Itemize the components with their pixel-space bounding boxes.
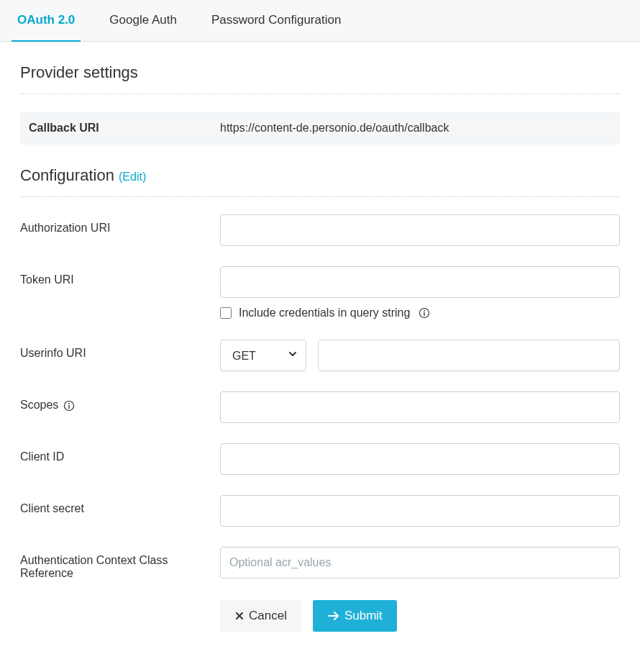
userinfo-uri-input[interactable] — [318, 340, 620, 371]
acr-input[interactable] — [220, 547, 620, 578]
cancel-button[interactable]: Cancel — [220, 600, 301, 632]
divider — [20, 94, 620, 94]
acr-label: Authentication Context Class Reference — [20, 547, 220, 580]
include-credentials-checkbox[interactable] — [220, 307, 232, 319]
svg-point-1 — [424, 310, 425, 312]
client-secret-input[interactable] — [220, 495, 620, 527]
userinfo-uri-row: Userinfo URI GET — [20, 340, 620, 371]
client-secret-label: Client secret — [20, 495, 220, 515]
include-credentials-row: Include credentials in query string — [220, 307, 620, 319]
tab-password-config[interactable]: Password Configuration — [206, 0, 347, 42]
content-area: Provider settings Callback URI https://c… — [0, 42, 640, 653]
acr-row: Authentication Context Class Reference — [20, 547, 620, 580]
svg-rect-2 — [424, 312, 425, 316]
info-icon[interactable] — [419, 307, 430, 319]
scopes-input[interactable] — [220, 391, 620, 423]
provider-settings-heading: Provider settings — [20, 63, 620, 82]
divider — [20, 196, 620, 197]
client-secret-row: Client secret — [20, 495, 620, 527]
submit-label: Submit — [344, 609, 383, 623]
auth-tabs: OAuth 2.0 Google Auth Password Configura… — [0, 0, 640, 42]
edit-link[interactable]: (Edit) — [119, 171, 146, 183]
configuration-heading-text: Configuration — [20, 166, 119, 184]
submit-button[interactable]: Submit — [313, 600, 397, 632]
token-uri-label: Token URI — [20, 266, 220, 286]
scopes-row: Scopes — [20, 391, 620, 423]
token-uri-row: Token URI Include credentials in query s… — [20, 266, 620, 319]
authorization-uri-label: Authorization URI — [20, 214, 220, 235]
info-icon[interactable] — [63, 400, 75, 412]
authorization-uri-row: Authorization URI — [20, 214, 620, 246]
include-credentials-label[interactable]: Include credentials in query string — [239, 307, 410, 319]
token-uri-input[interactable] — [220, 266, 620, 298]
form-actions: Cancel Submit — [220, 600, 620, 632]
userinfo-uri-label: Userinfo URI — [20, 340, 220, 360]
tab-oauth[interactable]: OAuth 2.0 — [12, 0, 81, 42]
svg-rect-5 — [68, 405, 69, 409]
client-id-row: Client ID — [20, 443, 620, 475]
callback-uri-value: https://content-de.personio.de/oauth/cal… — [220, 122, 449, 135]
close-icon — [234, 611, 244, 621]
callback-uri-label: Callback URI — [29, 122, 220, 135]
userinfo-method-select[interactable]: GET — [220, 340, 306, 371]
scopes-label: Scopes — [20, 391, 220, 412]
arrow-right-icon — [327, 611, 340, 621]
client-id-input[interactable] — [220, 443, 620, 475]
tab-google-auth[interactable]: Google Auth — [104, 0, 183, 42]
client-id-label: Client ID — [20, 443, 220, 463]
configuration-heading: Configuration (Edit) — [20, 166, 620, 185]
authorization-uri-input[interactable] — [220, 214, 620, 246]
cancel-label: Cancel — [249, 609, 287, 623]
svg-point-4 — [68, 403, 70, 404]
callback-uri-row: Callback URI https://content-de.personio… — [20, 112, 620, 145]
